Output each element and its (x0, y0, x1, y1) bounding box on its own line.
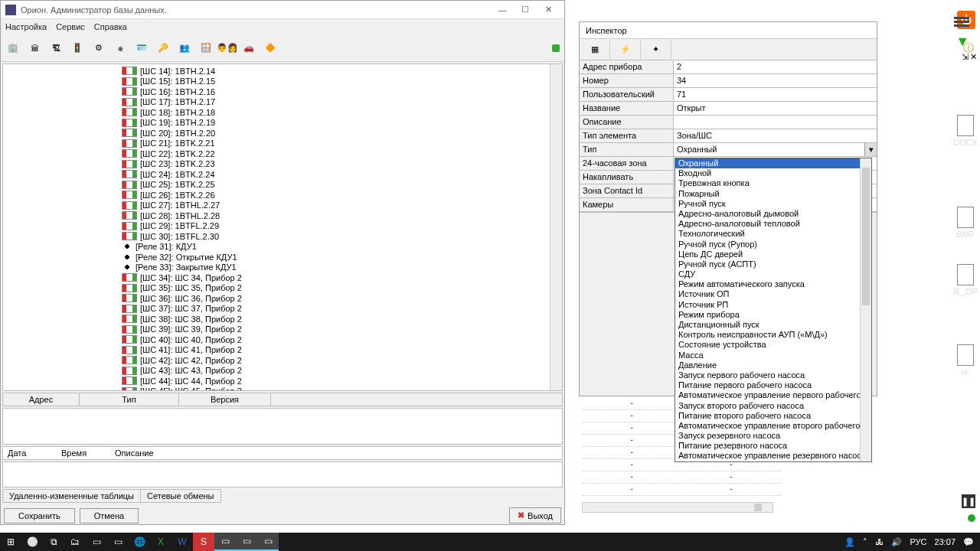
dropdown-option[interactable]: Давление (675, 360, 871, 370)
word-icon[interactable]: W (172, 533, 193, 551)
dropdown-option[interactable]: Состояние устройства (675, 340, 871, 350)
dropdown-option[interactable]: Запуск первого рабочего насоса (675, 370, 871, 380)
dropdown-option[interactable]: Цепь ДС дверей (675, 249, 871, 259)
desktop-file[interactable]: BMP (952, 207, 978, 239)
dropdown-option[interactable]: Режим прибора (675, 310, 871, 320)
tb-group-icon[interactable]: 👨‍👩 (218, 39, 237, 57)
insp-tab-events-icon[interactable]: ⚡ (610, 41, 641, 59)
tree-item[interactable]: [ШС 30]: 1BTFL.2.30 (122, 231, 562, 242)
combo-toggle-icon[interactable]: ▾ (864, 143, 877, 156)
tree-item[interactable]: [ШС 23]: 1BTK.2.23 (122, 159, 562, 170)
dropdown-option[interactable]: Контроль неисправности АУП («М\Д») (675, 330, 871, 340)
panel-pin-close[interactable]: ⇲✕ (962, 52, 977, 62)
dropdown-option[interactable]: Технологический (675, 229, 871, 239)
taskview-icon[interactable]: ⧉ (43, 533, 64, 551)
insp-tab-props-icon[interactable]: ▦ (580, 41, 610, 59)
dropdown-option[interactable]: Автоматическое управление резервного нас… (675, 451, 871, 461)
tree-item[interactable]: [ШС 45]: ШС 45, Прибор 2 (122, 386, 562, 392)
tb-users-icon[interactable]: 👥 (175, 39, 194, 57)
log-col-date[interactable]: Дата (3, 447, 57, 459)
prop-value[interactable]: Зона/ШС (674, 129, 877, 142)
tree-item[interactable]: [Реле 32]: Открытие КДУ1 (122, 252, 562, 262)
tb-building-2-icon[interactable]: 🏛 (25, 39, 44, 57)
desktop-file[interactable]: R_ZIP (952, 264, 978, 296)
tree-item[interactable]: [ШС 44]: ШС 44, Прибор 2 (122, 376, 562, 386)
dropdown-option[interactable]: Питание резервного насоса (675, 441, 871, 451)
tree-item[interactable]: [Реле 31]: КДУ1 (122, 242, 562, 253)
tb-signpost-icon[interactable]: 🚦 (68, 39, 87, 57)
desktop-file[interactable]: er. (952, 344, 978, 377)
log-col-time[interactable]: Время (57, 447, 110, 459)
dropdown-option[interactable]: Входной (675, 168, 871, 178)
tab-remote-tables[interactable]: Удаленно-измененные таблицы (2, 489, 141, 503)
tray-notif-icon[interactable]: 💬 (963, 537, 974, 547)
tree-item[interactable]: [ШС 42]: ШС 42, Прибор 2 (122, 355, 562, 366)
tree-item[interactable]: [ШС 39]: ШС 39, Прибор 2 (122, 324, 562, 335)
tray-up-icon[interactable]: ˄ (863, 537, 867, 547)
tree-item[interactable]: [ШС 38]: ШС 38, Прибор 2 (122, 314, 562, 324)
tree-scrollbar[interactable] (550, 64, 562, 390)
tb-key-icon[interactable]: 🔑 (154, 39, 172, 57)
tree-item[interactable]: [ШС 27]: 1BTHL.2.27 (122, 201, 562, 211)
dropdown-option[interactable]: Ручной пуск (АСПТ) (675, 259, 871, 269)
menu-help[interactable]: Справка (94, 22, 127, 31)
tree-item[interactable]: [ШС 34]: ШС 34, Прибор 2 (122, 272, 562, 283)
save-button[interactable]: Сохранить (4, 508, 75, 523)
tree-item[interactable]: [ШС 41]: ШС 41, Прибор 2 (122, 345, 562, 356)
maximize-button[interactable]: ☐ (514, 2, 537, 18)
tree-item[interactable]: [ШС 18]: 1BTH.2.18 (122, 107, 562, 118)
dropdown-option[interactable]: Адресно-аналоговый дымовой (675, 209, 871, 219)
tree-item[interactable]: [ШС 43]: ШС 43, Прибор 2 (122, 366, 562, 377)
pause-icon[interactable]: ❚❚ (962, 494, 975, 508)
dropdown-option[interactable]: Запуск резервного насоса (675, 431, 871, 441)
exit-button[interactable]: ✖ Выход (509, 507, 561, 523)
tb-building-3-icon[interactable]: 🏗 (47, 39, 65, 57)
dropdown-option[interactable]: Питание второго рабочего насоса (675, 411, 871, 421)
dropdown-option[interactable]: Дистанционный пуск (675, 320, 871, 330)
col-version[interactable]: Версия (179, 393, 271, 406)
bg-hscrollbar[interactable] (582, 502, 773, 513)
system-tray[interactable]: 👤 ˄ 🖧 🔊 РУС 23:07 💬 (844, 537, 980, 547)
tree-item[interactable]: [ШС 15]: 1BTH.2.15 (122, 77, 562, 87)
tree-item[interactable]: [ШС 29]: 1BTFL.2.29 (122, 221, 562, 232)
tree-item[interactable]: [ШС 36]: ШС 36, Прибор 2 (122, 293, 562, 304)
insp-tab-extra-icon[interactable]: ✦ (641, 41, 671, 59)
dropdown-option[interactable]: Автоматическое управление второго рабоче… (675, 421, 871, 431)
tree-item[interactable]: [ШС 24]: 1BTK.2.24 (122, 169, 562, 180)
prop-value[interactable]: Охранный▾ (674, 143, 877, 156)
dropdown-option[interactable]: Охранный (675, 158, 871, 168)
tb-building-1-icon[interactable]: 🏢 (4, 39, 22, 57)
tb-processor-icon[interactable]: ⚙ (90, 39, 108, 57)
tb-wheel-icon[interactable]: ⎈ (111, 39, 129, 57)
orion-app-icon[interactable]: ▭ (214, 533, 236, 551)
prop-value[interactable]: 34 (674, 74, 877, 87)
dropdown-option[interactable]: Ручной пуск (675, 199, 871, 209)
browser-icon[interactable]: 🌐 (129, 533, 150, 551)
desktop-file[interactable]: DOCX (952, 115, 978, 147)
dropdown-option[interactable]: Тревожная кнопка (675, 178, 871, 188)
dropdown-option[interactable]: Режим автоматического запуска (675, 279, 871, 289)
dropdown-option[interactable]: Запуск второго рабочего насоса (675, 401, 871, 411)
prop-value[interactable]: 71 (674, 88, 877, 101)
prop-value[interactable]: 2 (674, 60, 877, 73)
tree-item[interactable]: [ШС 35]: ШС 35, Прибор 2 (122, 283, 562, 294)
dropdown-option[interactable]: Ручной пуск (Рупор) (675, 240, 871, 249)
dropdown-option[interactable]: Пожарный (675, 189, 871, 199)
explorer-icon[interactable]: 🗂 (64, 533, 86, 551)
dropdown-option[interactable]: Автоматическое управление первого рабоче… (675, 390, 871, 400)
tb-shape-icon[interactable]: 🔶 (261, 39, 279, 57)
tree-item[interactable]: [ШС 21]: 1BTK.2.21 (122, 139, 562, 149)
menu-settings[interactable]: Настройка (5, 22, 47, 31)
log-col-desc[interactable]: Описание (110, 447, 158, 459)
type-dropdown-list[interactable]: ОхранныйВходнойТревожная кнопкаПожарныйР… (675, 158, 872, 462)
tray-people-icon[interactable]: 👤 (844, 537, 855, 547)
excel-icon[interactable]: X (150, 533, 172, 551)
tray-lang[interactable]: РУС (910, 537, 926, 546)
tree-item[interactable]: [ШС 28]: 1BTHL.2.28 (122, 210, 562, 221)
tray-min-icon[interactable] (954, 17, 969, 27)
orion-app2-icon[interactable]: ▭ (236, 533, 257, 551)
minimize-button[interactable]: — (491, 2, 514, 18)
red-app-icon[interactable]: S (193, 533, 214, 551)
tray-net-icon[interactable]: 🖧 (875, 537, 884, 546)
tree-item[interactable]: [ШС 22]: 1BTK.2.22 (122, 148, 562, 159)
